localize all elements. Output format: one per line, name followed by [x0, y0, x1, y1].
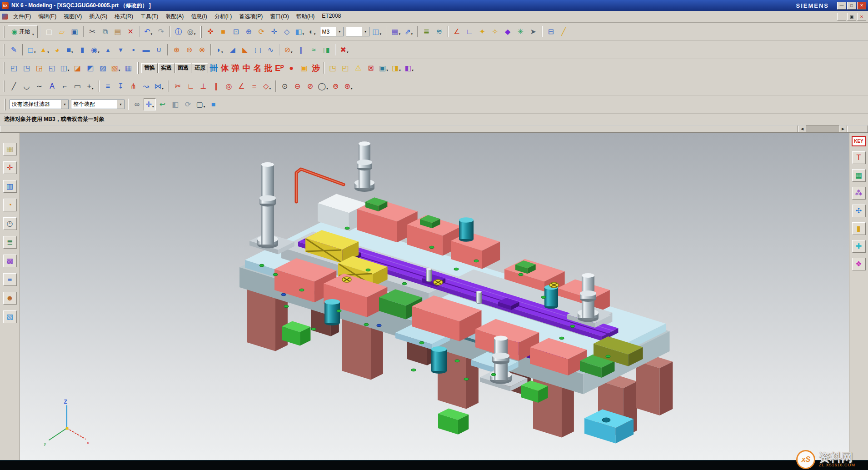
offset-surface-button[interactable]: ▨: [97, 62, 109, 74]
menu-item-8[interactable]: 信息(I): [187, 11, 210, 22]
graphics-viewport[interactable]: Z x y: [20, 133, 849, 460]
undo-button[interactable]: ↶▾: [142, 25, 155, 38]
delete-button[interactable]: ✕: [125, 25, 137, 38]
spline-button[interactable]: ∼: [33, 80, 45, 92]
sketch-fillet-button[interactable]: ∟: [185, 80, 197, 92]
glasses-button[interactable]: ∞: [131, 98, 143, 110]
key-button[interactable]: ✧: [489, 25, 501, 38]
menu-item-4[interactable]: 插入(S): [85, 11, 111, 22]
rotate-view-button[interactable]: ⟳: [255, 25, 268, 38]
gold-box-button[interactable]: ▣: [298, 62, 310, 74]
groove-button[interactable]: ∪: [153, 44, 165, 56]
revolve-button[interactable]: ◕: [51, 44, 63, 56]
constraint-equal-button[interactable]: =: [248, 80, 260, 92]
scroll-right-button[interactable]: ▶: [839, 125, 847, 132]
menu-item-12[interactable]: 帮助(H): [293, 11, 319, 22]
subtract-button[interactable]: ⊖: [183, 44, 195, 56]
replace-button[interactable]: 替换: [141, 63, 158, 73]
scroll-left-button[interactable]: ◀: [798, 125, 806, 132]
slant-button[interactable]: ╱: [558, 25, 570, 38]
zoom-in-button[interactable]: ⊕: [243, 25, 255, 38]
pan-button[interactable]: ✛: [268, 25, 280, 38]
center-macro-button[interactable]: 中: [241, 62, 252, 74]
maximize-button[interactable]: □: [847, 2, 856, 10]
pallet-1-button[interactable]: ◳: [327, 62, 339, 74]
scrollbar-track[interactable]: [806, 125, 839, 132]
patch-button[interactable]: ◨: [320, 44, 333, 56]
spark-button[interactable]: ✦: [476, 25, 489, 38]
warning-button[interactable]: ⚠: [352, 62, 364, 74]
constraint-navigator-button[interactable]: ✛: [3, 161, 17, 174]
show-hide-button[interactable]: ▦▾: [390, 25, 402, 38]
text-button[interactable]: A: [46, 80, 58, 92]
edge-blend-button[interactable]: ◗▾: [214, 44, 226, 56]
profile-button[interactable]: ⌐: [59, 80, 71, 92]
red-ball-button[interactable]: ●: [285, 62, 298, 74]
menu-item-11[interactable]: 窗口(O): [266, 11, 292, 22]
block-button[interactable]: ■▾: [64, 44, 76, 56]
arrangements-button[interactable]: ≣: [420, 25, 433, 38]
reuse-library-button[interactable]: ◔: [3, 199, 17, 211]
body-macro-button[interactable]: 体: [219, 62, 230, 74]
circle-trim-button[interactable]: ⊖: [291, 80, 304, 92]
doc-restore-button[interactable]: ▣: [847, 13, 856, 20]
fit-view-button[interactable]: ◇: [281, 25, 293, 38]
n-sided-surface-button[interactable]: ◪: [71, 62, 84, 74]
materials-button[interactable]: ▩: [3, 255, 17, 267]
select-cursor-button[interactable]: ➤: [527, 25, 539, 38]
menu-item-9[interactable]: 分析(L): [211, 11, 236, 22]
notes-button[interactable]: ≡: [3, 273, 17, 286]
sequence-button[interactable]: ≋: [433, 25, 445, 38]
pocket-button[interactable]: ▾: [115, 44, 127, 56]
extension-surface-button[interactable]: ▦: [122, 62, 135, 74]
tools-palette-button[interactable]: ✚: [852, 240, 866, 253]
rectangle-button[interactable]: ▭: [71, 80, 84, 92]
trim-body-button[interactable]: ⊘▾: [282, 44, 294, 56]
spring-macro-button[interactable]: 弹: [230, 62, 241, 74]
doc-minimize-button[interactable]: —: [837, 13, 846, 20]
diamond-button[interactable]: ◆: [502, 25, 514, 38]
constraint-parallel-button[interactable]: ∥: [210, 80, 222, 92]
new-file-button[interactable]: ▢: [43, 25, 55, 38]
minimize-button[interactable]: —: [837, 2, 846, 10]
move-component-button[interactable]: ⇗▾: [403, 25, 415, 38]
layer-combo[interactable]: ▼: [346, 27, 369, 36]
menu-item-1[interactable]: 文件(F): [10, 11, 35, 22]
pallet-2-button[interactable]: ◰: [339, 62, 352, 74]
boss-button[interactable]: ▴: [102, 44, 114, 56]
circle-slash-button[interactable]: ⊘: [304, 80, 316, 92]
close-button[interactable]: ✕: [857, 2, 866, 10]
cancel-button[interactable]: ✖▾: [338, 44, 350, 56]
view-combo[interactable]: M3▼: [320, 27, 344, 36]
render-style-button[interactable]: ◐▾: [306, 25, 319, 38]
shell-button[interactable]: ▢: [252, 44, 264, 56]
teal-box-button[interactable]: ▣▾: [378, 62, 390, 74]
grid-palette-button[interactable]: ▦: [852, 169, 866, 182]
chamfer-button[interactable]: ◢: [226, 44, 239, 56]
spheres-palette-button[interactable]: ⁂: [852, 187, 866, 200]
project-curve-button[interactable]: ↧: [115, 80, 127, 92]
draft-button[interactable]: ◣: [239, 44, 251, 56]
name-macro-button[interactable]: 名: [252, 62, 263, 74]
mirror-curve-button[interactable]: ⋈▾: [153, 80, 165, 92]
vis-palette-button[interactable]: ❖: [852, 258, 866, 270]
part-navigator-button[interactable]: ▥: [3, 180, 17, 193]
save-button[interactable]: ▣: [69, 25, 81, 38]
blue-cube-button[interactable]: ■: [207, 98, 219, 110]
gold-half-button[interactable]: ◨▾: [390, 62, 403, 74]
face-translucent-button[interactable]: 面透: [175, 63, 191, 73]
pad-button[interactable]: ▪: [127, 44, 140, 56]
doc-close-button[interactable]: ✕: [857, 13, 866, 20]
ruler-button[interactable]: ⊟: [545, 25, 557, 38]
start-button[interactable]: ◉开始▾: [8, 25, 38, 38]
assembly-navigator-button[interactable]: ▦: [3, 143, 17, 155]
split-body-button[interactable]: ∥: [295, 44, 307, 56]
scrollbar-thumb[interactable]: [0, 125, 798, 132]
info-button[interactable]: ⓘ: [173, 25, 185, 38]
shaded-view-button[interactable]: ◧▾: [294, 25, 306, 38]
intersect-curve-button[interactable]: ⋔: [127, 80, 140, 92]
offset-curve-button[interactable]: ≡: [102, 80, 114, 92]
grid-macro-button[interactable]: 卌: [209, 62, 219, 74]
scene-button[interactable]: ▧: [3, 310, 17, 323]
measure-distance-button[interactable]: ∟: [464, 25, 476, 38]
